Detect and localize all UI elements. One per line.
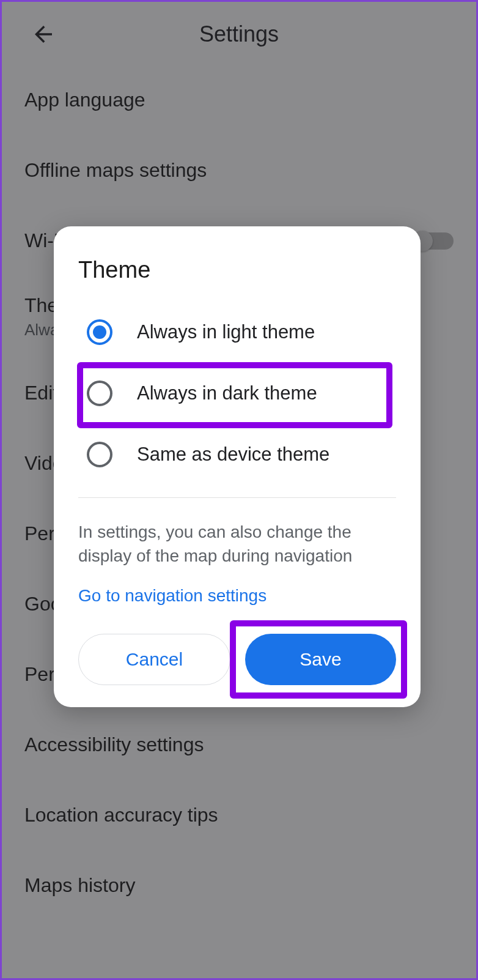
radio-option-device[interactable]: Same as device theme — [54, 424, 421, 485]
theme-dialog: Theme Always in light theme Always in da… — [54, 226, 421, 707]
dialog-actions: Cancel Save — [54, 606, 421, 685]
radio-icon — [87, 319, 112, 345]
radio-label: Always in dark theme — [137, 382, 317, 404]
navigation-settings-link[interactable]: Go to navigation settings — [54, 568, 421, 606]
save-button[interactable]: Save — [245, 634, 396, 685]
radio-option-light[interactable]: Always in light theme — [54, 302, 421, 363]
radio-icon — [87, 442, 112, 467]
radio-label: Same as device theme — [137, 444, 329, 466]
dialog-message: In settings, you can also change the dis… — [54, 498, 421, 568]
radio-option-dark[interactable]: Always in dark theme — [54, 363, 421, 424]
dialog-title: Theme — [54, 251, 421, 302]
cancel-button[interactable]: Cancel — [78, 634, 230, 685]
radio-label: Always in light theme — [137, 321, 315, 343]
radio-icon — [87, 380, 112, 406]
